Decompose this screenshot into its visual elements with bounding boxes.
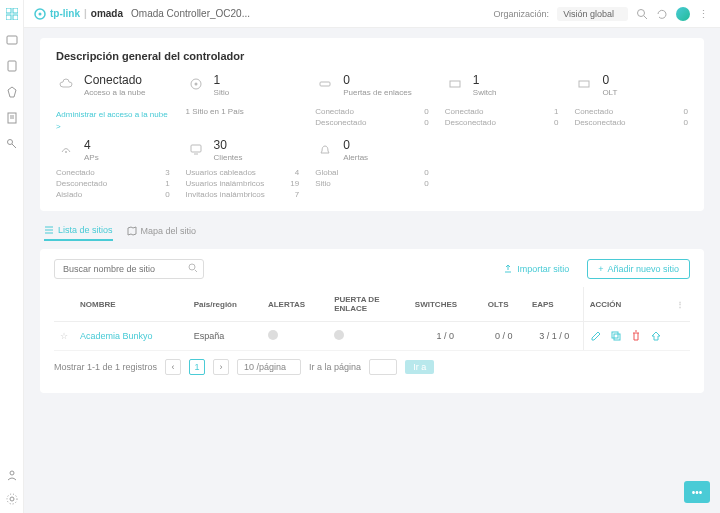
svg-point-25 <box>65 151 67 153</box>
page-size-select[interactable]: 10 /página <box>237 359 301 375</box>
goto-input[interactable] <box>369 359 397 375</box>
svg-line-32 <box>195 270 197 272</box>
list-icon <box>44 225 54 235</box>
upload-icon <box>503 264 513 274</box>
svg-rect-34 <box>614 334 620 340</box>
svg-point-16 <box>638 9 645 16</box>
svg-rect-1 <box>13 8 18 13</box>
tplink-logo-icon <box>34 8 46 20</box>
table-row: ☆ Academia Bunkyo España 1 / 0 0 / 0 3 /… <box>54 322 690 351</box>
col-country[interactable]: País/región <box>188 287 262 322</box>
avatar[interactable] <box>676 7 690 21</box>
tabs: Lista de sitios Mapa del sitio <box>40 221 704 241</box>
search-input[interactable] <box>54 259 204 279</box>
col-alerts[interactable]: ALERTAS <box>262 287 328 322</box>
more-columns-icon[interactable]: ⋮ <box>676 300 684 309</box>
switches-label: Switch <box>473 88 497 97</box>
alerts-value: 0 <box>343 139 368 151</box>
import-site-button[interactable]: Importar sitio <box>493 260 579 278</box>
refresh-icon[interactable] <box>656 8 668 20</box>
user-icon[interactable] <box>6 469 18 481</box>
breadcrumb: Omada Controller_OC20... <box>131 8 250 19</box>
search-input-wrap <box>54 259 204 279</box>
search-input-icon[interactable] <box>188 263 198 275</box>
svg-point-12 <box>10 497 14 501</box>
brand-omada: omada <box>91 8 123 19</box>
col-name[interactable]: NOMBRE <box>74 287 188 322</box>
settings-icon[interactable] <box>6 493 18 505</box>
pagination: Mostrar 1-1 de 1 registros ‹ 1 › 10 /pág… <box>54 351 690 383</box>
chat-button[interactable]: ••• <box>684 481 710 503</box>
logs-icon[interactable] <box>6 112 18 124</box>
col-gateway[interactable]: PUERTA DE ENLACE <box>328 287 409 322</box>
svg-rect-0 <box>6 8 11 13</box>
clients-label: Clientes <box>214 153 243 162</box>
dashboard-icon[interactable] <box>6 8 18 20</box>
pager-prev[interactable]: ‹ <box>165 359 181 375</box>
connection-label: Acceso a la nube <box>84 88 145 97</box>
gateway-icon <box>315 74 335 94</box>
aps-label: APs <box>84 153 99 162</box>
svg-line-10 <box>12 144 16 148</box>
copy-icon[interactable] <box>610 330 622 342</box>
olts-label: OLT <box>602 88 617 97</box>
brand-logo: tp-link | omada <box>34 8 123 20</box>
edit-icon[interactable] <box>590 330 602 342</box>
clients-icon[interactable] <box>6 86 18 98</box>
col-action: ACCIÓN <box>583 287 670 322</box>
svg-line-17 <box>644 16 647 19</box>
launch-icon[interactable] <box>650 330 662 342</box>
svg-rect-33 <box>612 332 618 338</box>
site-name-link[interactable]: Academia Bunkyo <box>80 331 153 341</box>
cloud-icon <box>56 74 76 94</box>
pager-info: Mostrar 1-1 de 1 registros <box>54 362 157 372</box>
connection-status: Conectado <box>84 74 145 86</box>
alert-icon <box>315 139 335 159</box>
tab-site-map[interactable]: Mapa del sitio <box>127 221 197 241</box>
topbar: tp-link | omada Omada Controller_OC20...… <box>24 0 720 28</box>
stat-clients: 30Clientes <box>186 139 300 162</box>
stat-aps: 4APs <box>56 139 170 162</box>
add-site-button[interactable]: +Añadir nuevo sitio <box>587 259 690 279</box>
row-eaps: 3 / 1 / 0 <box>526 322 583 351</box>
svg-point-13 <box>7 494 17 504</box>
sites-icon[interactable] <box>6 34 18 46</box>
delete-icon[interactable] <box>630 330 642 342</box>
svg-rect-26 <box>191 145 201 152</box>
site-icon <box>186 74 206 94</box>
aps-value: 4 <box>84 139 99 151</box>
svg-rect-4 <box>7 36 17 44</box>
col-eaps[interactable]: EAPS <box>526 287 583 322</box>
col-switches[interactable]: SWITCHES <box>409 287 482 322</box>
ap-icon <box>56 139 76 159</box>
clients-value: 30 <box>214 139 243 151</box>
devices-icon[interactable] <box>6 60 18 72</box>
favorite-star-icon[interactable]: ☆ <box>60 331 68 341</box>
svg-rect-3 <box>13 15 18 20</box>
col-olts[interactable]: OLTS <box>482 287 526 322</box>
overview-card: Descripción general del controlador Cone… <box>40 38 704 211</box>
stat-gateways: 0Puertas de enlaces <box>315 74 429 97</box>
cloud-access-link[interactable]: Administrar el acceso a la nube > <box>56 110 168 131</box>
stat-connection: ConectadoAcceso a la nube <box>56 74 170 97</box>
row-country: España <box>188 322 262 351</box>
more-icon[interactable]: ⋮ <box>698 8 710 20</box>
org-value: Visión global <box>563 9 614 19</box>
row-switches: 1 / 0 <box>409 322 482 351</box>
svg-rect-24 <box>579 81 589 87</box>
sites-value: 1 <box>214 74 230 86</box>
org-selector[interactable]: Visión global <box>557 7 628 21</box>
search-icon[interactable] <box>636 8 648 20</box>
key-icon[interactable] <box>6 138 18 150</box>
pager-page-1[interactable]: 1 <box>189 359 205 375</box>
svg-point-19 <box>194 83 197 86</box>
goto-button[interactable]: Ir a <box>405 360 434 374</box>
pager-next[interactable]: › <box>213 359 229 375</box>
svg-rect-5 <box>8 61 16 71</box>
goto-label: Ir a la página <box>309 362 361 372</box>
svg-rect-2 <box>6 15 11 20</box>
alert-dot-icon <box>268 330 278 340</box>
tab-site-list[interactable]: Lista de sitios <box>44 221 113 241</box>
svg-point-31 <box>189 264 195 270</box>
switches-value: 1 <box>473 74 497 86</box>
